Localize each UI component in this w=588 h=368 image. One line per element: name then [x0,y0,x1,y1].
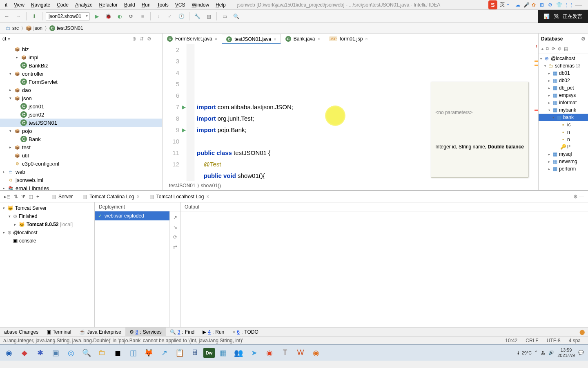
menu-vcs[interactable]: VCS [172,1,189,9]
db-tree-item[interactable]: ▸▦empsys [539,92,588,99]
menu-refactor[interactable]: Refactor [96,1,121,9]
stop-button[interactable]: ■ [138,12,147,21]
expand-icon[interactable]: ⇅ [14,194,18,200]
services-tab[interactable]: ▤Tomcat Localhost Log× [145,192,214,201]
error-marker[interactable] [535,110,538,111]
tree-item[interactable]: Cjson02 [0,110,162,119]
app-icon[interactable]: ➤ [247,346,261,359]
bottom-tab[interactable]: ≡6:TODO [228,328,263,336]
db-tree-item[interactable]: ▪ic [539,121,588,128]
undeploy-button[interactable]: ↘ [173,224,177,230]
close-icon[interactable]: × [137,194,140,200]
tree-item[interactable]: ▸📦dao [0,86,162,94]
tree-item[interactable]: Cjson01 [0,102,162,110]
tree-item[interactable]: 📦util [0,151,162,159]
run-config-combo[interactable]: json02.show01 [46,12,90,20]
ime-icon[interactable]: S [488,0,497,9]
dreamweaver-icon[interactable]: Dw [203,348,215,358]
bottom-tab[interactable]: 🔍3:Find [166,328,198,336]
app-icon[interactable]: ▣ [48,346,63,359]
debug-button[interactable]: 🐞 [104,12,113,21]
gear-icon[interactable]: ⚙ — [573,194,588,200]
build-button[interactable]: ⬇ [30,12,39,21]
menu-run[interactable]: Run [138,1,154,9]
event-log-icon[interactable]: ⬤ [576,329,588,335]
chevron-down-icon[interactable]: ▾ [8,36,10,42]
app-icon[interactable]: ↗ [157,346,172,359]
tree-item[interactable]: ▸📦impl [0,53,162,61]
app-icon[interactable]: ◫ [126,346,140,359]
tree-item[interactable]: 📦biz [0,45,162,53]
back-button[interactable]: ← [2,12,11,21]
gear-icon[interactable]: ⚙ [147,36,151,42]
refresh-button[interactable]: ⟳ [173,234,177,240]
app-icon[interactable]: ◎ [64,346,78,359]
person-icon[interactable]: 👕 [556,2,562,8]
warning-marker[interactable] [535,65,538,66]
line-separator[interactable]: CRLF [521,338,542,343]
forward-button[interactable]: → [14,12,23,21]
analysis-indicator[interactable] [534,44,538,48]
profile-button[interactable]: ⟳ [127,12,136,21]
coverage-button[interactable]: ◐ [115,12,124,21]
db-tree-item[interactable]: ▾▦mybank [539,106,588,114]
tree-item[interactable]: CFormServlet [0,78,162,86]
project-tree[interactable]: 📦biz▸📦implCBankBiz▾📦controllerCFormServl… [0,44,162,190]
caret-position[interactable]: 10:42 [501,338,521,343]
editor-tab[interactable]: CBank.java× [281,34,325,44]
app-icon[interactable]: ◉ [262,346,277,359]
services-tree-item[interactable]: ▾🐱Tomcat Server [0,204,94,212]
stop-button[interactable]: ⊘ [558,46,561,52]
search-button[interactable]: 🔍 [232,12,241,21]
sync-button[interactable]: ⇄ [173,244,177,250]
editor-body[interactable]: 234567▶89▶101112 <no parameters> Integer… [163,44,538,181]
app-icon[interactable]: 📋 [172,346,187,359]
code-area[interactable]: <no parameters> Integer id, String name,… [194,44,538,181]
tray-chevron[interactable]: ˄ [535,350,537,355]
app-icon[interactable]: ◆ [17,346,32,359]
weather-widget[interactable]: 🌡 29°C [516,350,532,355]
network-icon[interactable]: 🖧 [541,350,545,355]
db-tree-item[interactable]: ▾🗀schemas13 [539,62,588,70]
app-icon[interactable]: ▦ [216,346,230,359]
funnel-icon[interactable]: ⧩ [21,194,25,200]
edge-icon[interactable]: ◉ [2,346,16,359]
db-tree-item[interactable]: ▸▦db01 [539,70,588,77]
tree-item[interactable]: ▸📚ernal Libraries [0,184,162,190]
bottom-tab[interactable]: ▣Terminal [42,328,75,336]
tree-item[interactable]: ▾📦json [0,94,162,102]
tree-item[interactable]: ▸📦test [0,143,162,151]
menu-help[interactable]: Help [212,1,229,9]
devices-button[interactable]: ▭ [220,12,229,21]
editor-tab[interactable]: CFormServlet.java× [163,34,222,44]
services-tree-item[interactable]: ▸🐱Tomcat 8.0.52 [local] [0,220,94,229]
run-button[interactable]: ▶ [92,12,101,21]
db-tree-item[interactable]: ▪n [539,136,588,143]
menu-build[interactable]: Build [121,1,138,9]
warning-marker[interactable] [535,61,538,62]
db-tree-item[interactable]: ▸▦perform [539,165,588,173]
tree-item[interactable]: ▾📦pojo [0,127,162,135]
close-icon[interactable]: × [215,36,217,41]
close-icon[interactable]: × [365,36,368,41]
gift-icon[interactable]: ✿ [532,2,537,8]
db-tree-item[interactable]: ▸▦mysql [539,150,588,158]
folder-icon[interactable]: 🗀 [95,346,109,359]
tree-item[interactable]: ⚙jsonweb.iml [0,176,162,184]
tool-icon[interactable]: • [507,2,513,8]
bottom-tab[interactable]: ▶4:Run [198,328,228,336]
crumb-class[interactable]: C testJSON01 [47,25,86,31]
bottom-tab[interactable]: ☕Java Enterprise [75,328,125,336]
menu-navigate[interactable]: Navigate [28,1,53,9]
services-tab[interactable]: ▤Tomcat Catalina Log× [78,192,143,201]
db-tree-item[interactable]: ▸▦db_pet [539,84,588,92]
deployment-list[interactable]: ✓ web:war exploded [95,211,169,327]
add-icon[interactable]: + [36,194,39,200]
app-icon[interactable]: ✱ [33,346,47,359]
apps-icon[interactable]: ⋮⋮ [564,2,570,8]
menu-code[interactable]: Code [53,1,72,9]
output-body[interactable] [180,211,588,327]
services-tree-item[interactable]: ▣console [0,237,94,245]
minimize-button[interactable]: — [572,0,585,9]
firefox-icon[interactable]: 🦊 [141,346,156,359]
